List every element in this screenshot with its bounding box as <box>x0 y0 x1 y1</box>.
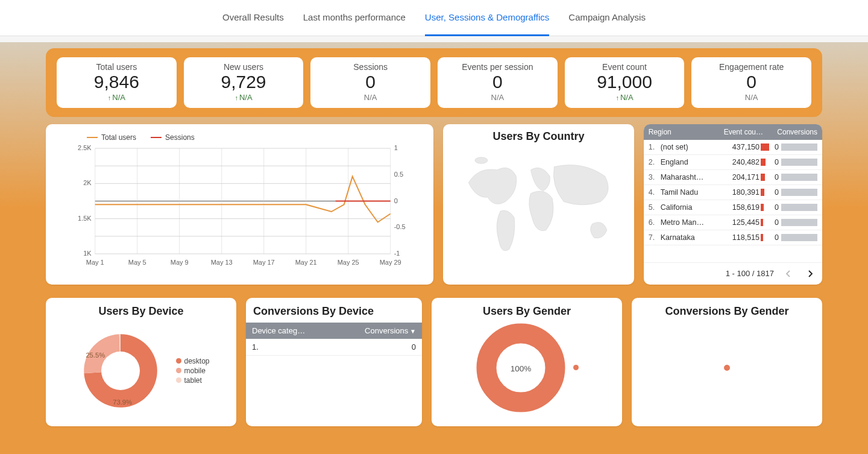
world-map[interactable] <box>449 148 627 268</box>
region-name: Karnataka <box>658 233 731 242</box>
col-conversions-sort[interactable]: Conversions <box>356 326 416 335</box>
svg-text:May 21: May 21 <box>295 259 317 266</box>
conversion-bar <box>781 189 817 196</box>
col-conversions[interactable]: Conversions <box>763 128 817 136</box>
table-row[interactable]: 2. England 240,482 0 <box>644 155 822 170</box>
table-row[interactable]: 1. (not set) 437,150 0 <box>644 140 822 155</box>
conversion-bar <box>781 204 817 211</box>
kpi-sessions[interactable]: Sessions 0 N/A <box>310 57 430 108</box>
svg-point-35 <box>101 352 140 390</box>
kpi-value: 9,846 <box>64 72 169 93</box>
kpi-delta: N/A <box>572 93 678 102</box>
table-row[interactable]: 1.0 <box>246 339 422 356</box>
event-count-value: 180,391 <box>731 188 760 197</box>
tab-overall-results[interactable]: Overall Results <box>222 0 284 36</box>
kpi-delta: N/A <box>699 93 804 102</box>
users-by-gender-card: Users By Gender 100% <box>432 298 622 426</box>
users-by-device-donut[interactable]: 73.9%25.5% <box>72 323 169 419</box>
kpi-value: 0 <box>318 72 423 93</box>
map-card: Users By Country <box>443 124 634 285</box>
conversions-by-gender-card: Conversions By Gender <box>632 298 822 426</box>
svg-text:May 25: May 25 <box>338 259 359 266</box>
svg-point-34 <box>475 157 488 163</box>
conversion-bar <box>781 219 817 226</box>
col-event-count[interactable]: Event cou… <box>721 128 763 136</box>
svg-text:1.5K: 1.5K <box>78 214 92 221</box>
event-bar <box>761 143 769 151</box>
kpi-engagement-rate[interactable]: Engagement rate 0 N/A <box>691 57 811 108</box>
timeseries-chart[interactable]: May 1May 5May 9May 13May 17May 21May 25M… <box>57 145 423 275</box>
kpi-total-users[interactable]: Total users 9,846 N/A <box>57 57 177 108</box>
event-bar <box>761 174 769 181</box>
region-name: California <box>658 203 731 212</box>
svg-text:May 9: May 9 <box>171 259 189 266</box>
kpi-value: 0 <box>699 72 804 93</box>
kpi-event-count[interactable]: Event count 91,000 N/A <box>565 57 685 108</box>
svg-text:May 5: May 5 <box>128 259 146 266</box>
conversion-value: 0 <box>769 218 779 227</box>
col-device-category[interactable]: Device categ… <box>252 326 356 335</box>
svg-text:2.5K: 2.5K <box>78 145 92 151</box>
tab-last-months-performance[interactable]: Last months performance <box>303 0 406 36</box>
event-bar <box>761 219 769 226</box>
conv-gender-title: Conversions By Gender <box>639 305 815 318</box>
svg-text:25.5%: 25.5% <box>86 351 105 358</box>
timeseries-card: Total users Sessions May 1May 5May 9May … <box>46 124 433 285</box>
next-page-button[interactable] <box>803 266 817 281</box>
table-row[interactable]: 7. Karnataka 118,515 0 <box>644 230 822 245</box>
conversion-value: 0 <box>769 233 779 242</box>
region-name: Metro Man… <box>658 218 731 227</box>
svg-point-40 <box>724 365 730 371</box>
kpi-value: 0 <box>445 72 550 93</box>
legend-item: tablet <box>176 376 209 385</box>
prev-page-button[interactable] <box>781 266 796 281</box>
conversion-value: 0 <box>769 173 779 181</box>
table-row[interactable]: 3. Maharasht… 204,171 0 <box>644 170 822 185</box>
legend-item: desktop <box>176 357 209 365</box>
table-row[interactable]: 6. Metro Man… 125,445 0 <box>644 215 822 230</box>
event-bar <box>761 204 769 211</box>
conv-gender-dot-icon <box>723 364 731 371</box>
conversion-value: 0 <box>769 188 779 197</box>
users-by-device-title: Users By Device <box>53 305 229 318</box>
tab-campaign-analysis[interactable]: Campaign Analysis <box>568 0 646 36</box>
kpi-delta: N/A <box>191 93 297 102</box>
svg-text:0.5: 0.5 <box>394 170 403 177</box>
svg-text:May 1: May 1 <box>86 259 104 266</box>
conv-device-body: 1.0 <box>246 339 422 356</box>
kpi-new-users[interactable]: New users 9,729 N/A <box>184 57 304 108</box>
pagination-label: 1 - 100 / 1817 <box>726 269 774 278</box>
kpi-delta: N/A <box>64 93 169 102</box>
event-bar <box>761 189 769 196</box>
table-row[interactable]: 4. Tamil Nadu 180,391 0 <box>644 185 822 200</box>
kpi-label: Event count <box>572 62 678 72</box>
users-by-gender-donut[interactable]: 100% <box>476 323 566 413</box>
region-table-header: Region Event cou… Conversions <box>644 124 822 140</box>
event-bar <box>761 159 769 166</box>
region-name: (not set) <box>658 143 731 151</box>
conversion-value: 0 <box>769 158 779 166</box>
svg-text:2K: 2K <box>83 179 92 186</box>
event-bar <box>761 234 769 241</box>
svg-text:-0.5: -0.5 <box>394 223 406 230</box>
conv-device-table-header: Device categ… Conversions <box>246 323 422 339</box>
region-name: England <box>658 158 731 166</box>
svg-text:May 17: May 17 <box>253 259 275 266</box>
table-row[interactable]: 5. California 158,619 0 <box>644 200 822 215</box>
svg-text:May 13: May 13 <box>211 259 233 266</box>
users-by-device-card: Users By Device 73.9%25.5% desktopmobile… <box>46 298 236 426</box>
tab-user-sessions-demograffics[interactable]: User, Sessions & Demograffics <box>425 0 549 36</box>
conv-device-title: Conversions By Device <box>246 305 422 318</box>
kpi-value: 9,729 <box>191 72 297 93</box>
region-table-footer: 1 - 100 / 1817 <box>644 262 822 285</box>
dashboard-canvas: Total users 9,846 N/ANew users 9,729 N/A… <box>0 42 868 454</box>
svg-text:May 29: May 29 <box>380 259 401 266</box>
kpi-events-per-session[interactable]: Events per session 0 N/A <box>438 57 558 108</box>
kpi-label: Engagement rate <box>699 62 804 72</box>
col-region[interactable]: Region <box>649 128 721 136</box>
kpi-delta: N/A <box>318 93 423 102</box>
event-count-value: 118,515 <box>731 233 760 242</box>
region-table-card: Region Event cou… Conversions 1. (not se… <box>644 124 822 285</box>
kpi-band: Total users 9,846 N/ANew users 9,729 N/A… <box>46 48 822 117</box>
conversion-bar <box>781 143 817 151</box>
